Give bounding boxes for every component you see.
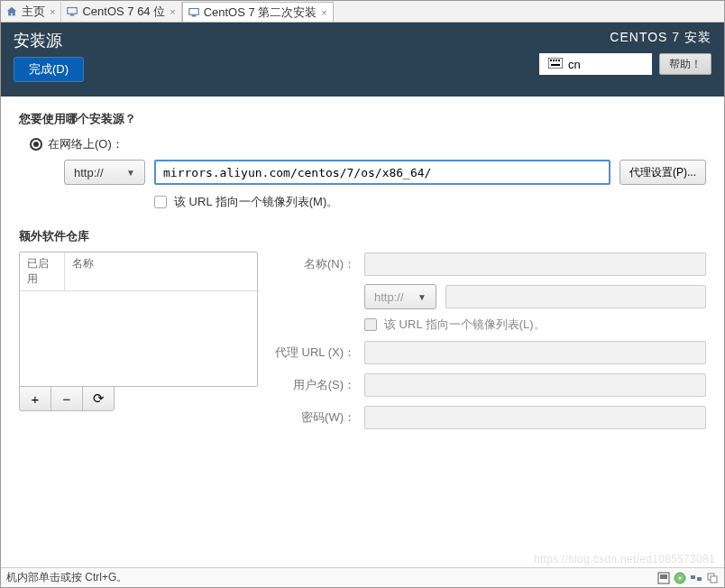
close-icon[interactable]: × <box>170 6 175 17</box>
col-name[interactable]: 名称 <box>65 253 257 290</box>
radio-label: 在网络上(O)： <box>48 136 124 152</box>
tab-bar: 主页 × CentOS 7 64 位 × CentOS 7 第二次安装 × <box>1 1 724 23</box>
keyboard-layout-label: cn <box>568 58 581 71</box>
svg-rect-3 <box>191 15 196 17</box>
add-repo-button[interactable]: + <box>19 386 51 411</box>
password-field[interactable] <box>364 406 706 429</box>
tab-label: CentOS 7 64 位 <box>82 4 165 20</box>
system-tray <box>657 572 719 584</box>
dropdown-value: http:// <box>74 166 104 179</box>
installer-title: CENTOS 7 安装 <box>539 30 711 46</box>
tab-label: CentOS 7 第二次安装 <box>204 5 317 21</box>
svg-rect-14 <box>691 575 695 579</box>
home-icon <box>6 6 17 17</box>
screen-icon <box>67 6 78 17</box>
repo-name-field[interactable] <box>364 253 706 276</box>
repo-url-field[interactable] <box>445 285 706 308</box>
main-content: 您要使用哪个安装源？ 在网络上(O)： http:// ▼ 代理设置(P)...… <box>1 96 724 567</box>
password-label: 密码(W)： <box>274 409 355 426</box>
proxy-url-field[interactable] <box>364 341 706 364</box>
chevron-down-icon: ▼ <box>418 292 427 302</box>
svg-rect-1 <box>70 14 75 16</box>
url-input[interactable] <box>154 160 610 185</box>
disk-icon[interactable] <box>657 572 670 584</box>
source-question: 您要使用哪个安装源？ <box>19 111 706 127</box>
tab-label: 主页 <box>22 4 45 20</box>
username-field[interactable] <box>364 373 706 397</box>
repo-name-label: 名称(N)： <box>274 256 355 272</box>
username-label: 用户名(S)： <box>274 377 355 393</box>
repo-list-header: 已启用 名称 <box>20 253 257 291</box>
installer-header: 安装源 完成(D) CENTOS 7 安装 cn 帮助！ <box>1 23 724 96</box>
screen-icon <box>188 7 199 18</box>
mirror-list-label: 该 URL 指向一个镜像列表(M)。 <box>174 194 338 210</box>
tab-centos-second[interactable]: CentOS 7 第二次安装 × <box>182 2 334 22</box>
radio-icon <box>30 138 42 151</box>
svg-rect-0 <box>68 8 78 14</box>
repo-mirror-label: 该 URL 指向一个镜像列表(L)。 <box>384 317 546 333</box>
network-icon[interactable] <box>690 572 702 584</box>
done-button[interactable]: 完成(D) <box>14 57 84 82</box>
extra-repos-heading: 额外软件仓库 <box>19 228 706 244</box>
protocol-dropdown[interactable]: http:// ▼ <box>64 160 145 185</box>
close-icon[interactable]: × <box>50 6 55 17</box>
keyboard-icon <box>548 58 563 71</box>
page-title: 安装源 <box>14 30 84 51</box>
help-button[interactable]: 帮助！ <box>659 53 711 75</box>
svg-rect-7 <box>555 60 557 61</box>
refresh-repo-button[interactable]: ⟳ <box>82 386 115 411</box>
repo-mirror-checkbox[interactable] <box>364 318 377 331</box>
proxy-setup-button[interactable]: 代理设置(P)... <box>619 160 706 185</box>
tab-centos[interactable]: CentOS 7 64 位 × <box>61 2 181 22</box>
tab-home[interactable]: 主页 × <box>1 2 61 22</box>
remove-repo-button[interactable]: − <box>50 386 83 411</box>
watermark: https://blog.csdn.net/ed1085573081 <box>534 553 715 565</box>
svg-point-13 <box>679 576 682 579</box>
svg-rect-15 <box>697 577 702 581</box>
svg-rect-2 <box>188 8 198 14</box>
chevron-down-icon: ▼ <box>126 168 135 178</box>
svg-rect-6 <box>553 60 555 61</box>
repo-tools: + − ⟳ <box>19 386 258 411</box>
svg-rect-11 <box>660 574 667 579</box>
proxy-url-label: 代理 URL (X)： <box>274 345 355 361</box>
svg-rect-8 <box>558 60 560 61</box>
dropdown-value: http:// <box>374 290 404 304</box>
window-icon[interactable] <box>706 572 719 584</box>
status-hint: 机内部单击或按 Ctrl+G。 <box>6 570 127 585</box>
svg-rect-9 <box>551 64 560 66</box>
svg-rect-17 <box>711 576 717 583</box>
radio-on-network[interactable]: 在网络上(O)： <box>30 136 706 152</box>
mirror-list-checkbox[interactable] <box>154 196 167 208</box>
repo-protocol-dropdown[interactable]: http:// ▼ <box>364 284 436 309</box>
status-bar: 机内部单击或按 Ctrl+G。 <box>1 567 724 587</box>
svg-rect-4 <box>548 58 563 69</box>
svg-rect-5 <box>550 60 552 61</box>
cd-icon[interactable] <box>674 572 686 584</box>
col-enabled[interactable]: 已启用 <box>20 253 65 290</box>
close-icon[interactable]: × <box>321 7 326 18</box>
repo-list[interactable]: 已启用 名称 <box>19 252 258 387</box>
keyboard-indicator[interactable]: cn <box>539 53 652 75</box>
